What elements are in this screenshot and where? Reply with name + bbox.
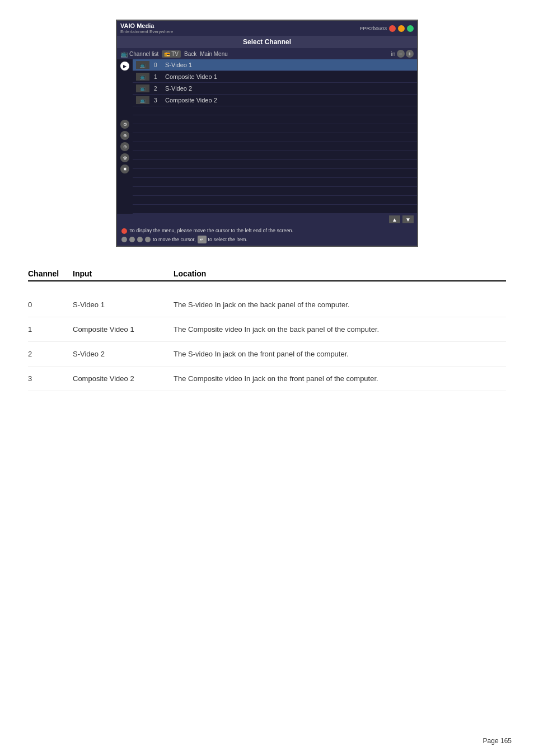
- sidebar-star-icon[interactable]: ✿: [120, 153, 129, 162]
- empty-row-3: [133, 124, 417, 133]
- nav-tv[interactable]: 📻 TV: [162, 50, 181, 58]
- doc-row-0: 0 S-Video 1 The S-video In jack on the b…: [28, 293, 506, 317]
- ch-num-1: 1: [154, 74, 165, 80]
- left-sidebar: ▶ ⚙ ⊕ ⊕ ✿ ✖: [117, 59, 133, 214]
- empty-row-12: [133, 205, 417, 214]
- doc-row-0-location: The S-video In jack on the back panel of…: [174, 300, 506, 309]
- page-number: Page 165: [483, 737, 512, 745]
- doc-row-1-input: Composite Video 1: [73, 325, 174, 334]
- doc-row-3-input: Composite Video 2: [73, 374, 174, 383]
- channel-list-label: Channel list: [129, 51, 158, 57]
- help-line-1: To display the menu, please move the cur…: [121, 227, 413, 234]
- minus-btn[interactable]: −: [397, 50, 405, 58]
- circle-green-icon[interactable]: [407, 25, 414, 32]
- ch-icon-1: 📺: [136, 73, 149, 81]
- scroll-up-btn[interactable]: ▲: [389, 215, 400, 223]
- empty-row-2: [133, 115, 417, 124]
- empty-row-5: [133, 142, 417, 151]
- select-channel-header: Select Channel: [117, 36, 417, 48]
- doc-row-1: 1 Composite Video 1 The Composite video …: [28, 317, 506, 342]
- ch-num-3: 3: [154, 97, 165, 104]
- sidebar-info-icon[interactable]: ⊕: [120, 131, 129, 140]
- channel-list-icon: 📺: [120, 50, 128, 58]
- empty-row-9: [133, 178, 417, 187]
- ch-icon-3: 📺: [136, 96, 149, 104]
- empty-row-6: [133, 151, 417, 160]
- sidebar-play-icon[interactable]: ▶: [120, 62, 129, 71]
- dpad-icon-2: [129, 237, 135, 242]
- circle-red-icon[interactable]: [389, 25, 396, 32]
- help-circle-icon: [121, 228, 127, 234]
- empty-row-4: [133, 133, 417, 142]
- help-text-2: to move the cursor,: [153, 236, 196, 243]
- help-line-2: to move the cursor, ↵ to select the item…: [121, 236, 413, 244]
- sidebar-close-icon[interactable]: ✖: [120, 165, 129, 173]
- ch-num-2: 2: [154, 86, 165, 92]
- enter-btn-icon: ↵: [198, 236, 207, 244]
- doc-row-2-location: The S-video In jack on the front panel o…: [174, 350, 506, 358]
- doc-row-3-location: The Composite video In jack on the front…: [174, 374, 506, 383]
- help-text-3: to select the item.: [208, 236, 248, 243]
- doc-header-location: Location: [174, 269, 506, 278]
- channel-row-2[interactable]: 📺 2 S-Video 2: [133, 83, 417, 95]
- doc-row-0-channel: 0: [28, 300, 73, 309]
- empty-row-10: [133, 187, 417, 196]
- plus-minus-controls[interactable]: − +: [397, 50, 414, 58]
- main-menu-label: Main Menu: [200, 51, 227, 57]
- doc-header-input: Input: [73, 269, 174, 278]
- tv-label: TV: [171, 51, 179, 57]
- dpad-icon-1: [121, 237, 127, 242]
- dpad-icon-3: [137, 237, 143, 242]
- nav-back[interactable]: Back: [184, 51, 196, 57]
- empty-row-7: [133, 160, 417, 169]
- channel-row-1[interactable]: 📺 1 Composite Video 1: [133, 71, 417, 83]
- screenshot-container: VAIO Media Entertainment Everywhere FPR2…: [116, 20, 418, 247]
- ch-name-1: Composite Video 1: [165, 73, 217, 80]
- ch-num-0: 0: [154, 62, 165, 68]
- ch-name-2: S-Video 2: [165, 85, 192, 92]
- doc-content: Channel Input Location 0 S-Video 1 The S…: [0, 258, 534, 402]
- doc-row-2: 2 S-Video 2 The S-video In jack on the f…: [28, 342, 506, 367]
- doc-row-3: 3 Composite Video 2 The Composite video …: [28, 367, 506, 391]
- doc-row-1-location: The Composite video In jack on the back …: [174, 325, 506, 334]
- empty-row-1: [133, 106, 417, 115]
- circle-yellow-icon[interactable]: [398, 25, 405, 32]
- doc-header-row: Channel Input Location: [28, 269, 506, 281]
- empty-row-8: [133, 169, 417, 178]
- doc-row-2-channel: 2: [28, 350, 73, 358]
- nav-right: in − +: [391, 50, 414, 58]
- sidebar-add-icon[interactable]: ⊕: [120, 142, 129, 151]
- vaio-logo: VAIO Media Entertainment Everywhere: [120, 22, 173, 34]
- ch-name-0: S-Video 1: [165, 62, 192, 68]
- scroll-buttons: ▲ ▼: [389, 215, 414, 223]
- doc-row-2-input: S-Video 2: [73, 350, 174, 358]
- ch-icon-0: 📺: [136, 61, 149, 69]
- scroll-down-btn[interactable]: ▼: [402, 215, 414, 223]
- in-label: in: [391, 51, 395, 57]
- channel-table: 📺 0 S-Video 1 📺 1 Composite Video 1 📺 2 …: [133, 59, 417, 214]
- nav-main-menu[interactable]: Main Menu: [200, 51, 227, 57]
- dpad-icon-4: [145, 237, 151, 242]
- empty-row-11: [133, 196, 417, 205]
- tv-icon: 📻: [164, 51, 170, 57]
- nav-bar: 📺 Channel list 📻 TV Back Main Menu in − …: [117, 48, 417, 59]
- help-bar: To display the menu, please move the cur…: [117, 225, 417, 246]
- title-bar-left: VAIO Media Entertainment Everywhere: [120, 22, 173, 34]
- plus-btn[interactable]: +: [406, 50, 414, 58]
- fps-label: FPR2bou03: [360, 26, 387, 31]
- title-bar-right: FPR2bou03: [360, 25, 414, 32]
- channel-row-0[interactable]: 📺 0 S-Video 1: [133, 59, 417, 71]
- nav-channel-list[interactable]: 📺 Channel list: [120, 50, 158, 58]
- bottom-bar: ▲ ▼: [117, 214, 417, 225]
- doc-row-1-channel: 1: [28, 325, 73, 334]
- title-bar: VAIO Media Entertainment Everywhere FPR2…: [117, 21, 417, 36]
- doc-row-3-channel: 3: [28, 374, 73, 383]
- channel-row-3[interactable]: 📺 3 Composite Video 2: [133, 95, 417, 106]
- sidebar-settings-icon[interactable]: ⚙: [120, 120, 129, 129]
- back-label: Back: [184, 51, 196, 57]
- main-content: ▶ ⚙ ⊕ ⊕ ✿ ✖ 📺 0 S-Video 1 📺 1 C: [117, 59, 417, 214]
- ch-icon-2: 📺: [136, 84, 149, 92]
- doc-header-channel: Channel: [28, 269, 73, 278]
- ch-name-3: Composite Video 2: [165, 97, 217, 104]
- doc-row-0-input: S-Video 1: [73, 300, 174, 309]
